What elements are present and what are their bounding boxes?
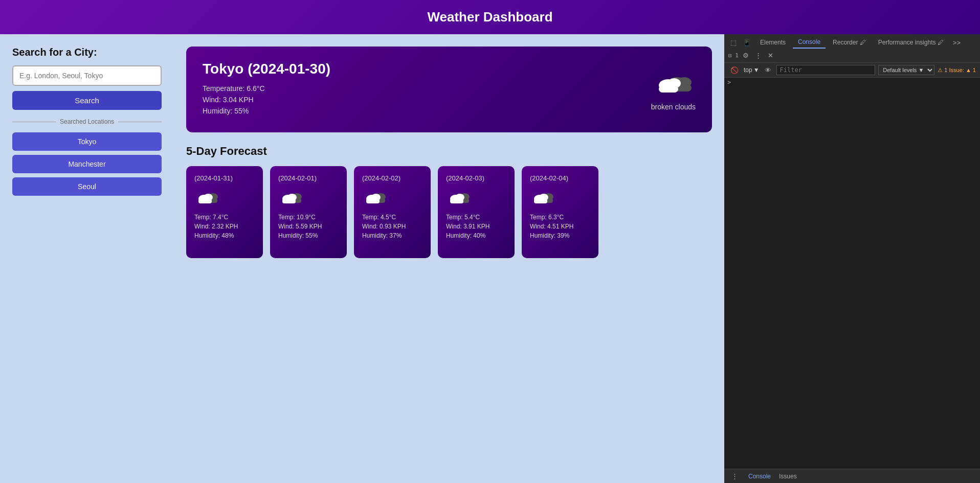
current-city-date: Tokyo (2024-01-30) [203, 61, 330, 77]
search-heading: Search for a City: [12, 47, 162, 58]
devtools-issue-badge: ⚠ 1 Issue: ▲ 1 [938, 67, 976, 74]
forecast-humidity-0: Humidity: 48% [194, 232, 255, 239]
devtools-tab-elements[interactable]: Elements [755, 37, 791, 48]
svg-rect-35 [534, 199, 547, 203]
weather-description: broken clouds [651, 103, 696, 111]
forecast-details-4: Temp: 6.3°C Wind: 4.51 KPH Humidity: 39% [530, 214, 590, 239]
svg-rect-11 [198, 199, 212, 203]
searched-locations: TokyoManchesterSeoul [12, 132, 162, 200]
forecast-cloud-icon-1 [278, 187, 339, 209]
devtools-inspect-icon[interactable]: ⬚ [728, 38, 739, 48]
forecast-cloud-icon-0 [194, 187, 255, 209]
forecast-temp-2: Temp: 4.5°C [362, 214, 422, 221]
devtools-device-icon[interactable]: 📱 [741, 38, 753, 48]
location-button-seoul[interactable]: Seoul [12, 177, 162, 196]
forecast-card-4: (2024-02-04) Temp: 6.3°C Wind: 4.51 KPH … [522, 166, 598, 258]
divider-label: Searched Locations [60, 118, 114, 125]
top-chevron-icon: ▼ [753, 66, 760, 74]
devtools-tab-performance[interactable]: Performance insights 🖊 [873, 37, 949, 48]
devtools-eye-icon[interactable]: 👁 [763, 65, 773, 75]
forecast-humidity-2: Humidity: 37% [362, 232, 422, 239]
forecast-cloud-icon-2 [362, 187, 422, 209]
app-title: Weather Dashboard [427, 9, 552, 25]
forecast-date-1: (2024-02-01) [278, 174, 339, 182]
search-input[interactable] [12, 65, 162, 86]
devtools-bottom-bar: ⋮ Console Issues [724, 469, 980, 483]
sidebar: Search for a City: Search Searched Locat… [0, 34, 174, 483]
devtools-arrow: > [724, 78, 980, 87]
devtools-clear-icon[interactable]: 🚫 [728, 65, 741, 75]
top-label: top [744, 66, 752, 74]
forecast-wind-0: Wind: 2.32 KPH [194, 223, 255, 230]
app-header: Weather Dashboard [0, 0, 980, 34]
devtools-window-count: ⊡ 1 [728, 52, 739, 59]
forecast-card-0: (2024-01-31) Temp: 7.4°C Wind: 2.32 KPH … [186, 166, 263, 258]
svg-rect-5 [659, 85, 678, 93]
weather-icon-container: broken clouds [651, 68, 696, 111]
devtools-more-tabs-icon[interactable]: >> [951, 38, 963, 48]
forecast-card-2: (2024-02-02) Temp: 4.5°C Wind: 0.93 KPH … [354, 166, 431, 258]
forecast-date-0: (2024-01-31) [194, 174, 255, 182]
devtools-levels-select[interactable]: Default levels ▼ [878, 65, 934, 75]
forecast-card-3: (2024-02-03) Temp: 5.4°C Wind: 3.91 KPH … [438, 166, 515, 258]
search-button[interactable]: Search [12, 91, 162, 110]
forecast-temp-1: Temp: 10.9°C [278, 214, 339, 221]
forecast-card-1: (2024-02-01) Temp: 10.9°C Wind: 5.59 KPH… [270, 166, 347, 258]
location-button-tokyo[interactable]: Tokyo [12, 132, 162, 151]
forecast-wind-1: Wind: 5.59 KPH [278, 223, 339, 230]
devtools-tab-console[interactable]: Console [793, 36, 826, 49]
forecast-date-4: (2024-02-04) [530, 174, 590, 182]
forecast-details-0: Temp: 7.4°C Wind: 2.32 KPH Humidity: 48% [194, 214, 255, 239]
divider-line-left [12, 122, 56, 122]
forecast-humidity-1: Humidity: 55% [278, 232, 339, 239]
devtools-bottom-more-icon[interactable]: ⋮ [729, 471, 740, 481]
current-weather-info: Tokyo (2024-01-30) Temperature: 6.6°C Wi… [203, 61, 330, 118]
devtools-bottom-tab-console[interactable]: Console [748, 473, 771, 480]
current-weather-card: Tokyo (2024-01-30) Temperature: 6.6°C Wi… [186, 47, 712, 132]
forecast-details-1: Temp: 10.9°C Wind: 5.59 KPH Humidity: 55… [278, 214, 339, 239]
svg-rect-17 [282, 199, 296, 203]
svg-rect-23 [366, 199, 380, 203]
devtools-settings-icon[interactable]: ⚙ [741, 51, 751, 60]
forecast-temp-0: Temp: 7.4°C [194, 214, 255, 221]
forecast-details-2: Temp: 4.5°C Wind: 0.93 KPH Humidity: 37% [362, 214, 422, 239]
devtools-toolbar: ⬚ 📱 Elements Console Recorder 🖊 Performa… [724, 34, 980, 63]
current-details: Temperature: 6.6°C Wind: 3.04 KPH Humidi… [203, 84, 330, 115]
forecast-grid: (2024-01-31) Temp: 7.4°C Wind: 2.32 KPH … [186, 166, 712, 258]
devtools-body[interactable] [724, 87, 980, 469]
devtools-filter-input[interactable] [776, 65, 876, 75]
forecast-cloud-icon-3 [446, 187, 506, 209]
forecast-humidity-3: Humidity: 40% [446, 232, 506, 239]
forecast-temp-3: Temp: 5.4°C [446, 214, 506, 221]
devtools-close-icon[interactable]: ✕ [766, 51, 775, 60]
main-layout: Search for a City: Search Searched Locat… [0, 34, 980, 483]
devtools-tab-recorder[interactable]: Recorder 🖊 [828, 37, 871, 48]
forecast-details-3: Temp: 5.4°C Wind: 3.91 KPH Humidity: 40% [446, 214, 506, 239]
forecast-wind-3: Wind: 3.91 KPH [446, 223, 506, 230]
forecast-section: 5-Day Forecast (2024-01-31) Temp: 7.4°C … [186, 145, 712, 258]
content-area: Tokyo (2024-01-30) Temperature: 6.6°C Wi… [174, 34, 724, 483]
current-wind: Wind: 3.04 KPH [203, 96, 330, 104]
devtools-bottom-tab-issues[interactable]: Issues [779, 473, 797, 480]
forecast-wind-2: Wind: 0.93 KPH [362, 223, 422, 230]
current-temperature: Temperature: 6.6°C [203, 84, 330, 93]
forecast-humidity-4: Humidity: 39% [530, 232, 590, 239]
divider-line-right [118, 122, 162, 122]
current-humidity: Humidity: 55% [203, 107, 330, 115]
forecast-date-2: (2024-02-02) [362, 174, 422, 182]
svg-rect-29 [450, 199, 463, 203]
divider: Searched Locations [12, 118, 162, 125]
devtools-subbar: 🚫 top ▼ 👁 Default levels ▼ ⚠ 1 Issue: ▲ … [724, 63, 980, 78]
top-selector: top ▼ [744, 66, 760, 74]
location-button-manchester[interactable]: Manchester [12, 155, 162, 173]
forecast-date-3: (2024-02-03) [446, 174, 506, 182]
devtools-more-options-icon[interactable]: ⋮ [753, 51, 764, 60]
forecast-temp-4: Temp: 6.3°C [530, 214, 590, 221]
forecast-heading: 5-Day Forecast [186, 145, 712, 158]
forecast-wind-4: Wind: 4.51 KPH [530, 223, 590, 230]
devtools-panel: ⬚ 📱 Elements Console Recorder 🖊 Performa… [724, 34, 980, 483]
forecast-cloud-icon-4 [530, 187, 590, 209]
broken-clouds-icon [653, 68, 694, 99]
